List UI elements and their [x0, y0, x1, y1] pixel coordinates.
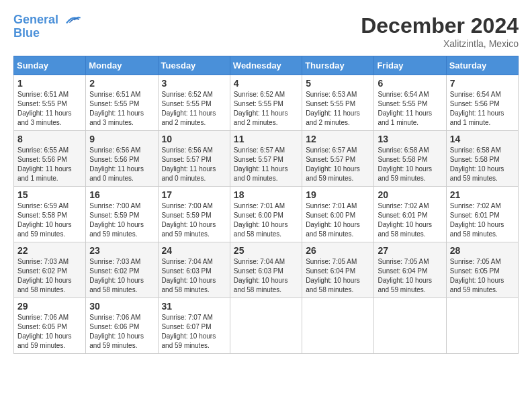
day-number: 4 — [234, 78, 298, 89]
day-number: 28 — [450, 245, 515, 256]
calendar-week-row: 29 Sunrise: 7:06 AM Sunset: 6:05 PM Dayl… — [14, 298, 519, 354]
empty-cell — [230, 298, 302, 354]
col-thursday: Thursday — [302, 56, 374, 75]
day-info: Sunrise: 7:05 AM Sunset: 6:04 PM Dayligh… — [378, 257, 442, 295]
day-info: Sunrise: 6:56 AM Sunset: 5:57 PM Dayligh… — [162, 146, 226, 183]
day-info: Sunrise: 7:02 AM Sunset: 6:01 PM Dayligh… — [378, 201, 442, 239]
table-row: 3 Sunrise: 6:52 AM Sunset: 5:55 PM Dayli… — [158, 75, 230, 131]
day-number: 10 — [162, 134, 226, 144]
table-row: 5 Sunrise: 6:53 AM Sunset: 5:55 PM Dayli… — [302, 75, 374, 131]
day-number: 19 — [306, 189, 370, 200]
calendar-week-row: 1 Sunrise: 6:51 AM Sunset: 5:55 PM Dayli… — [14, 75, 519, 131]
table-row: 23 Sunrise: 7:03 AM Sunset: 6:02 PM Dayl… — [86, 242, 158, 298]
day-number: 6 — [378, 78, 442, 89]
table-row: 15 Sunrise: 6:59 AM Sunset: 5:58 PM Dayl… — [14, 187, 86, 242]
day-number: 24 — [162, 245, 226, 256]
logo-blue: Blue — [13, 27, 82, 40]
col-wednesday: Wednesday — [230, 56, 302, 75]
table-row: 28 Sunrise: 7:05 AM Sunset: 6:05 PM Dayl… — [446, 242, 518, 298]
day-info: Sunrise: 7:01 AM Sunset: 6:00 PM Dayligh… — [306, 201, 370, 239]
day-info: Sunrise: 7:05 AM Sunset: 6:05 PM Dayligh… — [450, 257, 515, 295]
table-row: 4 Sunrise: 6:52 AM Sunset: 5:55 PM Dayli… — [230, 75, 302, 131]
day-info: Sunrise: 6:51 AM Sunset: 5:55 PM Dayligh… — [89, 90, 154, 128]
table-row: 11 Sunrise: 6:57 AM Sunset: 5:57 PM Dayl… — [230, 131, 302, 187]
table-row: 20 Sunrise: 7:02 AM Sunset: 6:01 PM Dayl… — [374, 187, 446, 242]
day-info: Sunrise: 7:03 AM Sunset: 6:02 PM Dayligh… — [17, 257, 82, 295]
day-number: 23 — [89, 245, 154, 256]
table-row: 16 Sunrise: 7:00 AM Sunset: 5:59 PM Dayl… — [86, 187, 158, 242]
day-number: 18 — [234, 189, 298, 200]
table-row: 2 Sunrise: 6:51 AM Sunset: 5:55 PM Dayli… — [86, 75, 158, 131]
title-area: December 2024 Xalitzintla, Mexico — [361, 13, 519, 49]
day-info: Sunrise: 7:01 AM Sunset: 6:00 PM Dayligh… — [234, 201, 298, 239]
table-row: 10 Sunrise: 6:56 AM Sunset: 5:57 PM Dayl… — [158, 131, 230, 187]
day-info: Sunrise: 6:55 AM Sunset: 5:56 PM Dayligh… — [17, 146, 82, 183]
table-row: 17 Sunrise: 7:00 AM Sunset: 5:59 PM Dayl… — [158, 187, 230, 242]
day-number: 3 — [162, 78, 226, 89]
day-info: Sunrise: 6:56 AM Sunset: 5:56 PM Dayligh… — [89, 146, 154, 183]
day-info: Sunrise: 6:53 AM Sunset: 5:55 PM Dayligh… — [306, 90, 370, 128]
day-number: 14 — [450, 134, 515, 144]
day-number: 11 — [234, 134, 298, 144]
table-row: 26 Sunrise: 7:05 AM Sunset: 6:04 PM Dayl… — [302, 242, 374, 298]
day-number: 22 — [17, 245, 82, 256]
day-number: 5 — [306, 78, 370, 89]
day-number: 27 — [378, 245, 442, 256]
day-number: 2 — [89, 78, 154, 89]
day-number: 25 — [234, 245, 298, 256]
day-info: Sunrise: 6:58 AM Sunset: 5:58 PM Dayligh… — [450, 146, 515, 183]
day-number: 17 — [162, 189, 226, 200]
day-info: Sunrise: 6:57 AM Sunset: 5:57 PM Dayligh… — [234, 146, 298, 183]
day-info: Sunrise: 7:04 AM Sunset: 6:03 PM Dayligh… — [234, 257, 298, 295]
day-number: 21 — [450, 189, 515, 200]
day-info: Sunrise: 7:06 AM Sunset: 6:05 PM Dayligh… — [17, 313, 82, 351]
col-sunday: Sunday — [14, 56, 86, 75]
table-row: 7 Sunrise: 6:54 AM Sunset: 5:56 PM Dayli… — [446, 75, 518, 131]
day-info: Sunrise: 7:04 AM Sunset: 6:03 PM Dayligh… — [162, 257, 226, 295]
day-number: 15 — [17, 189, 82, 200]
day-info: Sunrise: 7:05 AM Sunset: 6:04 PM Dayligh… — [306, 257, 370, 295]
col-monday: Monday — [86, 56, 158, 75]
day-info: Sunrise: 7:07 AM Sunset: 6:07 PM Dayligh… — [162, 313, 226, 351]
day-info: Sunrise: 6:54 AM Sunset: 5:55 PM Dayligh… — [378, 90, 442, 128]
day-info: Sunrise: 6:54 AM Sunset: 5:56 PM Dayligh… — [450, 90, 515, 128]
day-info: Sunrise: 7:02 AM Sunset: 6:01 PM Dayligh… — [450, 201, 515, 239]
table-row: 29 Sunrise: 7:06 AM Sunset: 6:05 PM Dayl… — [14, 298, 86, 354]
day-info: Sunrise: 6:59 AM Sunset: 5:58 PM Dayligh… — [17, 201, 82, 239]
logo-text: General — [13, 13, 82, 27]
day-info: Sunrise: 7:00 AM Sunset: 5:59 PM Dayligh… — [162, 201, 226, 239]
day-number: 30 — [89, 301, 154, 312]
table-row: 13 Sunrise: 6:58 AM Sunset: 5:58 PM Dayl… — [374, 131, 446, 187]
table-row: 27 Sunrise: 7:05 AM Sunset: 6:04 PM Dayl… — [374, 242, 446, 298]
location: Xalitzintla, Mexico — [361, 38, 519, 49]
table-row: 25 Sunrise: 7:04 AM Sunset: 6:03 PM Dayl… — [230, 242, 302, 298]
table-row: 9 Sunrise: 6:56 AM Sunset: 5:56 PM Dayli… — [86, 131, 158, 187]
logo: General Blue — [13, 13, 82, 40]
table-row: 1 Sunrise: 6:51 AM Sunset: 5:55 PM Dayli… — [14, 75, 86, 131]
table-row: 22 Sunrise: 7:03 AM Sunset: 6:02 PM Dayl… — [14, 242, 86, 298]
table-row: 19 Sunrise: 7:01 AM Sunset: 6:00 PM Dayl… — [302, 187, 374, 242]
calendar-header-row: Sunday Monday Tuesday Wednesday Thursday… — [14, 56, 519, 75]
day-number: 7 — [450, 78, 515, 89]
col-tuesday: Tuesday — [158, 56, 230, 75]
day-info: Sunrise: 6:58 AM Sunset: 5:58 PM Dayligh… — [378, 146, 442, 183]
day-number: 31 — [162, 301, 226, 312]
table-row: 14 Sunrise: 6:58 AM Sunset: 5:58 PM Dayl… — [446, 131, 518, 187]
calendar-week-row: 8 Sunrise: 6:55 AM Sunset: 5:56 PM Dayli… — [14, 131, 519, 187]
day-info: Sunrise: 6:52 AM Sunset: 5:55 PM Dayligh… — [234, 90, 298, 128]
empty-cell — [446, 298, 518, 354]
day-number: 8 — [17, 134, 82, 144]
day-number: 9 — [89, 134, 154, 144]
table-row: 21 Sunrise: 7:02 AM Sunset: 6:01 PM Dayl… — [446, 187, 518, 242]
col-friday: Friday — [374, 56, 446, 75]
table-row: 6 Sunrise: 6:54 AM Sunset: 5:55 PM Dayli… — [374, 75, 446, 131]
table-row: 31 Sunrise: 7:07 AM Sunset: 6:07 PM Dayl… — [158, 298, 230, 354]
empty-cell — [302, 298, 374, 354]
table-row: 12 Sunrise: 6:57 AM Sunset: 5:57 PM Dayl… — [302, 131, 374, 187]
page-header: General Blue December 2024 Xalitzintla, … — [13, 13, 519, 49]
calendar-table: Sunday Monday Tuesday Wednesday Thursday… — [13, 56, 519, 354]
table-row: 8 Sunrise: 6:55 AM Sunset: 5:56 PM Dayli… — [14, 131, 86, 187]
day-info: Sunrise: 6:52 AM Sunset: 5:55 PM Dayligh… — [162, 90, 226, 128]
calendar-week-row: 22 Sunrise: 7:03 AM Sunset: 6:02 PM Dayl… — [14, 242, 519, 298]
table-row: 18 Sunrise: 7:01 AM Sunset: 6:00 PM Dayl… — [230, 187, 302, 242]
